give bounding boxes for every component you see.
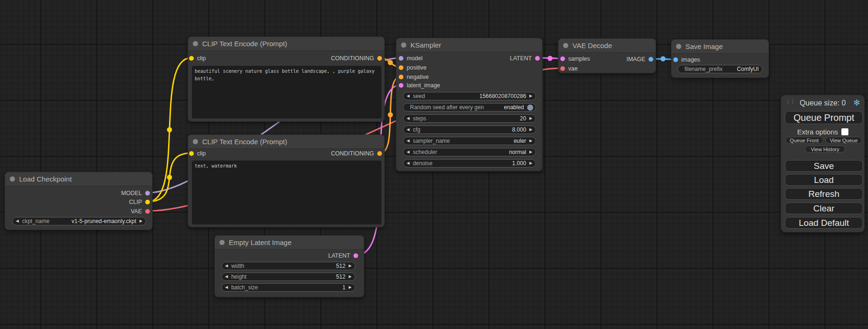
increment-arrow-icon[interactable]: ▶ bbox=[349, 275, 352, 279]
queue-front-button[interactable]: Queue Front bbox=[785, 137, 823, 144]
seed-widget[interactable]: ◀ seed 156680208700286 ▶ bbox=[403, 92, 536, 100]
node-title-bar[interactable]: CLIP Text Encode (Prompt) bbox=[188, 135, 384, 149]
node-title-bar[interactable]: CLIP Text Encode (Prompt) bbox=[188, 37, 384, 51]
extra-options-checkbox[interactable] bbox=[841, 128, 848, 135]
input-latent-image[interactable]: latent_image bbox=[399, 81, 440, 90]
decrement-arrow-icon[interactable]: ◀ bbox=[16, 219, 19, 223]
decrement-arrow-icon[interactable]: ◀ bbox=[407, 139, 409, 143]
latent-port-icon[interactable] bbox=[560, 56, 565, 61]
output-vae[interactable]: VAE bbox=[131, 207, 150, 216]
decrement-arrow-icon[interactable]: ◀ bbox=[407, 150, 409, 154]
negative-prompt-textarea[interactable]: text, watermark bbox=[192, 161, 381, 224]
load-default-button[interactable]: Load Default bbox=[785, 217, 863, 229]
conditioning-port-icon[interactable] bbox=[377, 151, 382, 156]
vae-port-icon[interactable] bbox=[145, 209, 150, 214]
filename-prefix-widget[interactable]: filename_prefix ComfyUI bbox=[677, 65, 762, 73]
model-port-icon[interactable] bbox=[399, 56, 403, 61]
output-clip[interactable]: CLIP bbox=[129, 198, 150, 206]
view-queue-button[interactable]: View Queue bbox=[826, 137, 862, 144]
input-positive[interactable]: positive bbox=[399, 63, 426, 72]
latent-port-icon[interactable] bbox=[353, 253, 358, 258]
queue-prompt-button[interactable]: Queue Prompt bbox=[785, 111, 863, 124]
node-clip-text-encode-negative[interactable]: CLIP Text Encode (Prompt) clip CONDITION… bbox=[188, 134, 385, 227]
increment-arrow-icon[interactable]: ▶ bbox=[529, 117, 532, 120]
collapse-dot-icon[interactable] bbox=[676, 44, 681, 49]
node-title-bar[interactable]: Empty Latent Image bbox=[215, 236, 364, 250]
node-graph-canvas[interactable]: Load Checkpoint MODEL CLIP VAE ◀ ckpt_na… bbox=[0, 0, 868, 329]
ckpt-name-widget[interactable]: ◀ ckpt_name v1-5-pruned-emaonly.ckpt ▶ bbox=[12, 217, 146, 225]
width-widget[interactable]: ◀ width 512 ▶ bbox=[221, 262, 355, 270]
node-empty-latent-image[interactable]: Empty Latent Image LATENT ◀ width 512 ▶ … bbox=[214, 235, 364, 297]
input-clip[interactable]: clip bbox=[189, 149, 206, 158]
batch-size-widget[interactable]: ◀ batch_size 1 ▶ bbox=[221, 283, 355, 292]
positive-prompt-textarea[interactable]: beautiful scenery nature glass bottle la… bbox=[192, 66, 381, 119]
toggle-circle-icon[interactable] bbox=[527, 105, 533, 111]
clear-button[interactable]: Clear bbox=[785, 203, 863, 214]
output-conditioning[interactable]: CONDITIONING bbox=[331, 54, 382, 63]
settings-gear-icon[interactable]: ✻ bbox=[854, 98, 860, 108]
node-ksampler[interactable]: KSampler model positive negative latent_… bbox=[396, 38, 543, 171]
node-save-image[interactable]: Save Image images filename_prefix ComfyU… bbox=[671, 39, 769, 78]
collapse-dot-icon[interactable] bbox=[10, 176, 15, 182]
node-title-bar[interactable]: Save Image bbox=[671, 40, 769, 54]
clip-port-icon[interactable] bbox=[189, 56, 194, 61]
increment-arrow-icon[interactable]: ▶ bbox=[529, 161, 532, 165]
increment-arrow-icon[interactable]: ▶ bbox=[529, 139, 532, 143]
clip-port-icon[interactable] bbox=[189, 151, 194, 156]
view-history-button[interactable]: View History bbox=[805, 146, 845, 153]
collapse-dot-icon[interactable] bbox=[219, 240, 225, 245]
denoise-widget[interactable]: ◀ denoise 1.000 ▶ bbox=[403, 159, 536, 168]
decrement-arrow-icon[interactable]: ◀ bbox=[225, 264, 228, 268]
output-image[interactable]: IMAGE bbox=[627, 55, 653, 63]
decrement-arrow-icon[interactable]: ◀ bbox=[225, 275, 228, 279]
increment-arrow-icon[interactable]: ▶ bbox=[349, 286, 352, 289]
refresh-button[interactable]: Refresh bbox=[785, 188, 863, 200]
collapse-dot-icon[interactable] bbox=[401, 42, 406, 48]
model-port-icon[interactable] bbox=[145, 191, 150, 196]
decrement-arrow-icon[interactable]: ◀ bbox=[407, 161, 409, 165]
collapse-dot-icon[interactable] bbox=[193, 139, 198, 144]
decrement-arrow-icon[interactable]: ◀ bbox=[407, 94, 409, 98]
scheduler-widget[interactable]: ◀ scheduler normal ▶ bbox=[403, 148, 536, 156]
node-load-checkpoint[interactable]: Load Checkpoint MODEL CLIP VAE ◀ ckpt_na… bbox=[5, 172, 153, 230]
steps-widget[interactable]: ◀ steps 20 ▶ bbox=[403, 114, 536, 123]
increment-arrow-icon[interactable]: ▶ bbox=[140, 219, 142, 223]
collapse-dot-icon[interactable] bbox=[193, 41, 198, 46]
increment-arrow-icon[interactable]: ▶ bbox=[349, 264, 352, 268]
image-port-icon[interactable] bbox=[673, 57, 678, 62]
cfg-widget[interactable]: ◀ cfg 8.000 ▶ bbox=[403, 126, 536, 134]
random-seed-toggle-widget[interactable]: Random seed after every gen enabled bbox=[403, 103, 536, 112]
conditioning-port-icon[interactable] bbox=[377, 56, 382, 61]
vae-port-icon[interactable] bbox=[560, 66, 565, 71]
node-title-bar[interactable]: Load Checkpoint bbox=[5, 172, 152, 186]
queue-panel[interactable]: ⋮⋮ Queue size: 0 ✻ Queue Prompt Extra op… bbox=[781, 95, 865, 232]
save-button[interactable]: Save bbox=[785, 160, 863, 172]
latent-port-icon[interactable] bbox=[399, 83, 403, 88]
input-negative[interactable]: negative bbox=[399, 73, 429, 81]
decrement-arrow-icon[interactable]: ◀ bbox=[225, 286, 228, 289]
node-title-bar[interactable]: KSampler bbox=[396, 38, 542, 52]
collapse-dot-icon[interactable] bbox=[563, 43, 568, 48]
increment-arrow-icon[interactable]: ▶ bbox=[529, 150, 532, 154]
output-model[interactable]: MODEL bbox=[121, 189, 150, 197]
image-port-icon[interactable] bbox=[649, 57, 653, 62]
node-clip-text-encode-positive[interactable]: CLIP Text Encode (Prompt) clip CONDITION… bbox=[188, 36, 385, 122]
conditioning-port-icon[interactable] bbox=[399, 65, 403, 70]
output-conditioning[interactable]: CONDITIONING bbox=[331, 149, 382, 158]
input-model[interactable]: model bbox=[399, 54, 423, 63]
decrement-arrow-icon[interactable]: ◀ bbox=[407, 128, 409, 132]
decrement-arrow-icon[interactable]: ◀ bbox=[407, 117, 409, 120]
input-samples[interactable]: samples bbox=[560, 55, 590, 63]
node-title-bar[interactable]: VAE Decode bbox=[558, 39, 656, 53]
latent-port-icon[interactable] bbox=[535, 56, 540, 61]
conditioning-port-icon[interactable] bbox=[399, 75, 403, 79]
output-latent[interactable]: LATENT bbox=[510, 54, 540, 63]
sampler-name-widget[interactable]: ◀ sampler_name euler ▶ bbox=[403, 137, 536, 145]
load-button[interactable]: Load bbox=[785, 174, 863, 186]
increment-arrow-icon[interactable]: ▶ bbox=[529, 128, 532, 132]
input-vae[interactable]: vae bbox=[560, 64, 578, 73]
clip-port-icon[interactable] bbox=[145, 200, 150, 204]
output-latent[interactable]: LATENT bbox=[328, 252, 358, 260]
input-clip[interactable]: clip bbox=[189, 54, 206, 63]
height-widget[interactable]: ◀ height 512 ▶ bbox=[221, 273, 355, 281]
